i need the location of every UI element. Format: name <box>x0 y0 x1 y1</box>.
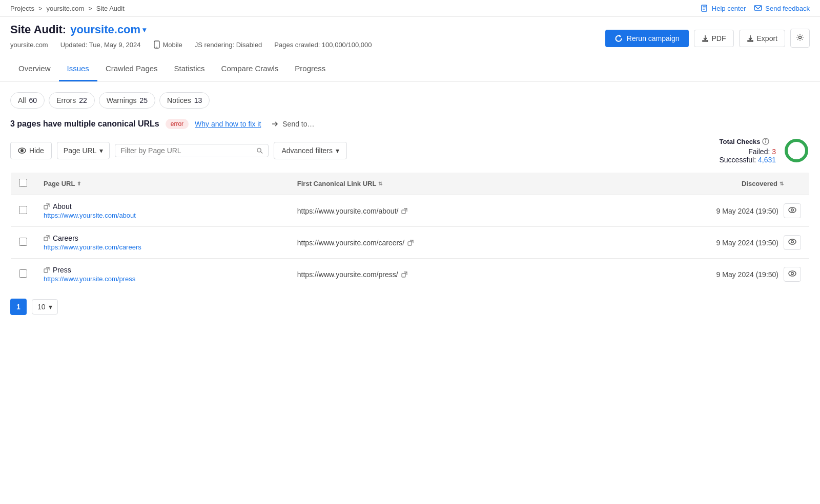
external-link-icon-2 <box>407 240 414 246</box>
gear-icon <box>796 33 804 41</box>
advanced-filters-chevron: ▾ <box>336 146 339 155</box>
meta-pages: Pages crawled: 100,000/100,000 <box>274 41 372 49</box>
table-row: Careers https://www.yoursite.com/careers… <box>11 227 810 259</box>
rerun-button[interactable]: Rerun campaign <box>605 30 689 47</box>
row-checkbox-2[interactable] <box>19 269 27 278</box>
issue-title: 3 pages have multiple canonical URLs <box>10 119 159 129</box>
row-view-button[interactable] <box>784 203 801 218</box>
row-eye-icon <box>788 270 796 277</box>
row-checkbox-cell <box>11 195 36 227</box>
svg-point-27 <box>789 239 796 244</box>
row-checkbox-1[interactable] <box>19 238 27 246</box>
row-canonical-cell: https://www.yoursite.com/press/ <box>289 259 584 290</box>
row-eye-icon <box>788 207 796 213</box>
filter-warnings[interactable]: Warnings 25 <box>99 92 155 109</box>
filter-input-wrap <box>115 144 269 157</box>
filter-errors-label: Errors <box>56 96 76 104</box>
tab-progress[interactable]: Progress <box>286 57 334 81</box>
book-icon <box>701 4 709 12</box>
row-discovered-cell: 9 May 2024 (19:50) <box>584 259 810 290</box>
export-button[interactable]: Export <box>739 30 785 47</box>
svg-point-21 <box>789 207 796 213</box>
refresh-icon <box>614 34 623 43</box>
info-icon[interactable] <box>762 138 769 145</box>
send-feedback-label: Send feedback <box>765 5 810 12</box>
row-eye-icon <box>788 239 796 245</box>
row-page-url-link[interactable]: https://www.yoursite.com/careers <box>44 243 281 251</box>
send-to-button[interactable]: Send to… <box>271 120 314 128</box>
tab-crawled-pages[interactable]: Crawled Pages <box>97 57 166 81</box>
checks-detail: Failed: 3 Successful: 4,631 <box>719 148 776 164</box>
meta-js: JS rendering: Disabled <box>195 41 262 49</box>
external-link-icon <box>44 235 50 241</box>
svg-point-14 <box>766 139 766 140</box>
row-view-button[interactable] <box>784 267 801 282</box>
sort-canonical[interactable]: ⇅ <box>378 181 382 186</box>
main-content: All 60 Errors 22 Warnings 25 Notices 13 … <box>0 82 820 325</box>
svg-rect-19 <box>402 210 405 214</box>
breadcrumb-sep2: > <box>88 5 92 12</box>
row-canonical-url: https://www.yoursite.com/press/ <box>297 270 398 279</box>
meta-mobile: Mobile <box>163 41 182 49</box>
external-link-icon-2 <box>401 271 407 278</box>
title-label: Site Audit: <box>10 23 66 36</box>
fix-link[interactable]: Why and how to fix it <box>195 120 261 128</box>
issue-header: 3 pages have multiple canonical URLs err… <box>10 119 810 129</box>
filter-errors[interactable]: Errors 22 <box>49 92 95 109</box>
tab-statistics[interactable]: Statistics <box>166 57 213 81</box>
table-row: About https://www.yoursite.com/about htt… <box>11 195 810 227</box>
row-checkbox-0[interactable] <box>19 206 27 214</box>
domain-selector[interactable]: yoursite.com ▾ <box>70 23 146 36</box>
breadcrumb-current: Site Audit <box>96 5 125 12</box>
filter-input[interactable] <box>120 146 253 155</box>
breadcrumb-projects[interactable]: Projects <box>10 5 34 12</box>
svg-rect-25 <box>408 242 412 245</box>
filter-errors-count: 22 <box>79 96 87 104</box>
help-center-link[interactable]: Help center <box>701 4 746 12</box>
table-header-row: Page URL ⬆ First Canonical Link URL ⇅ Di… <box>11 173 810 195</box>
tab-overview[interactable]: Overview <box>10 57 59 81</box>
hide-label: Hide <box>29 146 44 155</box>
svg-rect-17 <box>44 205 48 209</box>
successful-count: 4,631 <box>758 156 776 164</box>
row-canonical-url: https://www.yoursite.com/careers/ <box>297 239 404 247</box>
top-bar: Projects > yoursite.com > Site Audit Hel… <box>0 0 820 17</box>
breadcrumb-site[interactable]: yoursite.com <box>47 5 85 12</box>
row-checkbox-cell <box>11 227 36 259</box>
sort-discovered[interactable]: ⇅ <box>780 181 784 186</box>
row-page-name: About <box>53 202 72 211</box>
send-feedback-link[interactable]: Send feedback <box>754 4 810 12</box>
page-number: 1 <box>16 303 20 311</box>
filter-all[interactable]: All 60 <box>10 92 45 109</box>
advanced-filters-button[interactable]: Advanced filters ▾ <box>274 142 347 159</box>
filter-warnings-label: Warnings <box>107 96 137 104</box>
sort-page-url[interactable]: ⬆ <box>77 181 81 186</box>
row-discovered-date: 9 May 2024 (19:50) <box>716 207 778 215</box>
filter-type-select[interactable]: Page URL ▾ <box>57 142 110 159</box>
filter-tabs: All 60 Errors 22 Warnings 25 Notices 13 <box>10 92 810 109</box>
row-page-url-link[interactable]: https://www.yoursite.com/press <box>44 275 281 283</box>
filter-notices-label: Notices <box>167 96 191 104</box>
svg-rect-29 <box>44 269 48 272</box>
page-1-button[interactable]: 1 <box>10 299 27 315</box>
filter-notices-count: 13 <box>194 96 202 104</box>
per-page-value: 10 <box>37 303 46 311</box>
select-all-checkbox[interactable] <box>19 179 27 187</box>
tab-issues[interactable]: Issues <box>59 57 97 81</box>
settings-button[interactable] <box>790 29 810 48</box>
svg-point-28 <box>791 241 794 243</box>
mobile-icon <box>153 40 160 49</box>
row-discovered-cell: 9 May 2024 (19:50) <box>584 227 810 259</box>
row-page-url-cell: Careers https://www.yoursite.com/careers <box>35 227 289 259</box>
filter-notices[interactable]: Notices 13 <box>159 92 210 109</box>
row-page-url-cell: About https://www.yoursite.com/about <box>35 195 289 227</box>
pdf-button[interactable]: PDF <box>694 30 734 47</box>
per-page-select[interactable]: 10 ▾ <box>32 299 58 314</box>
row-view-button[interactable] <box>784 235 801 250</box>
tab-compare-crawls[interactable]: Compare Crawls <box>213 57 287 81</box>
nav-tabs: Overview Issues Crawled Pages Statistics… <box>0 57 820 82</box>
total-checks-info: Total Checks Failed: 3 Successful: 4,631 <box>719 138 776 164</box>
row-page-url-link[interactable]: https://www.yoursite.com/about <box>44 212 281 219</box>
pagination: 1 10 ▾ <box>10 299 810 315</box>
hide-button[interactable]: Hide <box>10 142 52 159</box>
